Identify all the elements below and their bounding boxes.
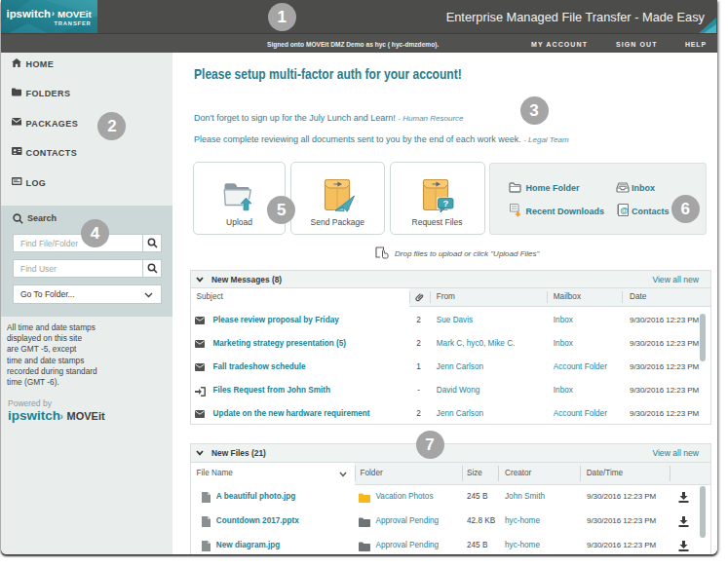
svg-text:MOVEit: MOVEit [57, 9, 93, 19]
svg-text:MOVEit: MOVEit [67, 410, 105, 422]
svg-text:@: @ [620, 205, 628, 214]
svg-text:?: ? [443, 198, 449, 208]
svg-text:TRANSFER: TRANSFER [55, 20, 92, 26]
svg-text:›: › [52, 9, 55, 19]
svg-text:ipswitch: ipswitch [7, 8, 52, 19]
svg-text:›: › [60, 411, 63, 422]
svg-text:ipswitch: ipswitch [8, 408, 60, 423]
